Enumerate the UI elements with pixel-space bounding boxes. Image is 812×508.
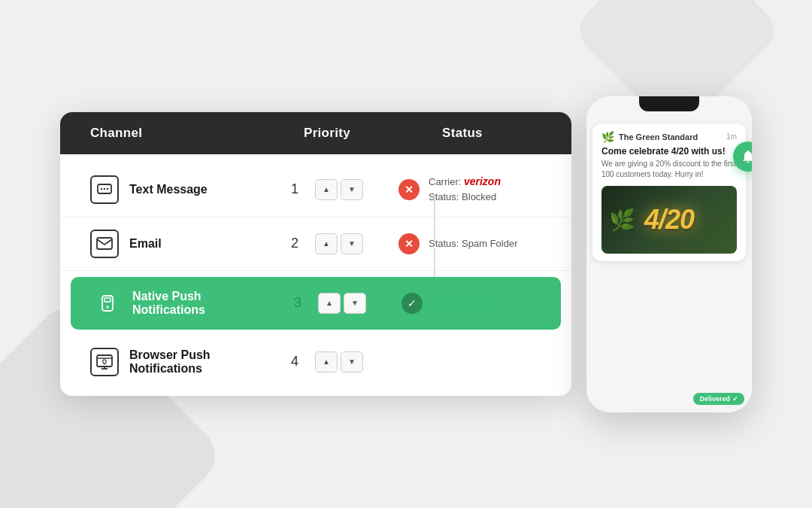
- channel-cell-email: Email: [90, 230, 271, 258]
- priority-num-3: 3: [294, 295, 309, 311]
- priority-num-2: 2: [291, 236, 306, 251]
- priority-cell-2: 2 ▲ ▼: [271, 233, 383, 254]
- priority-cell-3: 3 ▲ ▼: [274, 293, 386, 314]
- main-scene: Channel Priority Status Text M: [60, 96, 752, 412]
- notif-image: 🌿 4/20: [601, 186, 737, 254]
- delivered-check-icon: ✓: [732, 395, 738, 403]
- svg-point-1: [101, 187, 102, 189]
- arrow-btns-2: ▲ ▼: [315, 233, 363, 254]
- svg-rect-6: [105, 298, 111, 302]
- status-label-1: Status: Blocked: [429, 190, 501, 205]
- channel-name-email: Email: [129, 237, 162, 251]
- priority-up-btn-3[interactable]: ▲: [318, 293, 341, 314]
- priority-cell-4: 4 ▲ ▼: [271, 351, 383, 373]
- header-channel: Channel: [90, 126, 271, 141]
- svg-rect-4: [97, 238, 112, 249]
- table-row: Email 2 ▲ ▼ ✕ Status: Spam Folder: [60, 217, 571, 271]
- status-cell-1: ✕ Carrier: verizon Status: Blocked: [383, 174, 541, 205]
- svg-point-7: [107, 306, 109, 308]
- leaf-icon: 🌿: [609, 207, 635, 232]
- svg-point-3: [107, 187, 108, 189]
- carrier-label-1: Carrier: verizon: [429, 174, 501, 190]
- channel-cell-text-message: Text Message: [90, 175, 271, 204]
- arrow-btns-4: ▲ ▼: [315, 351, 363, 373]
- priority-down-btn-2[interactable]: ▼: [341, 233, 363, 254]
- status-text-2: Status: Spam Folder: [429, 236, 518, 251]
- status-text-3: Delivered: [432, 294, 489, 313]
- notif-body: We are giving a 20% discount to the firs…: [601, 159, 737, 180]
- channel-cell-browser-push: Browser Push Notifications: [90, 348, 271, 376]
- status-icon-blocked-1: ✕: [398, 179, 420, 200]
- table-row: Text Message 1 ▲ ▼ ✕ Carrier: verizon St…: [60, 162, 571, 217]
- status-icon-blocked-2: ✕: [398, 233, 420, 254]
- phone-notch: [639, 96, 699, 111]
- table-row: Native Push Notifications 3 ▲ ▼ ✓ Delive…: [71, 277, 561, 330]
- browser-push-icon: [90, 348, 119, 376]
- channel-cell-native-push: Native Push Notifications: [93, 289, 274, 318]
- priority-cell-1: 1 ▲ ▼: [271, 179, 383, 200]
- email-icon: [90, 230, 119, 258]
- text-message-icon: [90, 175, 119, 204]
- priority-up-btn-1[interactable]: ▲: [315, 179, 338, 200]
- notif-logo: 🌿: [601, 131, 614, 143]
- notif-sender: The Green Standard: [619, 132, 722, 141]
- delivered-badge: Delivered ✓: [693, 393, 744, 405]
- priority-up-btn-4[interactable]: ▲: [315, 351, 338, 373]
- status-cell-2: ✕ Status: Spam Folder: [383, 233, 541, 254]
- notif-time: 1m: [726, 132, 737, 141]
- table-row: Browser Push Notifications 4 ▲ ▼: [60, 336, 571, 388]
- channel-name-browser-push: Browser Push Notifications: [129, 348, 271, 376]
- phone-mockup: 🌿 The Green Standard 1m Come celebrate 4…: [586, 96, 752, 412]
- native-push-icon: [93, 289, 122, 318]
- notification-card: 🌿 The Green Standard 1m Come celebrate 4…: [592, 123, 746, 261]
- notif-title: Come celebrate 4/20 with us!: [601, 146, 737, 157]
- priority-num-4: 4: [291, 354, 306, 370]
- channel-name-native-push: Native Push Notifications: [132, 290, 274, 317]
- notif-header: 🌿 The Green Standard 1m: [601, 131, 737, 143]
- priority-down-btn-4[interactable]: ▼: [341, 351, 363, 373]
- table-header: Channel Priority Status: [60, 112, 571, 154]
- status-text-1: Carrier: verizon Status: Blocked: [429, 174, 501, 205]
- arrow-btns-3: ▲ ▼: [318, 293, 366, 314]
- table-body: Text Message 1 ▲ ▼ ✕ Carrier: verizon St…: [60, 154, 571, 396]
- priority-num-1: 1: [291, 181, 306, 197]
- header-priority: Priority: [271, 126, 383, 141]
- carrier-name-1: verizon: [464, 175, 501, 187]
- channel-name-text-message: Text Message: [129, 183, 208, 196]
- priority-up-btn-2[interactable]: ▲: [315, 233, 338, 254]
- status-icon-delivered: ✓: [401, 293, 423, 314]
- priority-down-btn-1[interactable]: ▼: [341, 179, 363, 200]
- status-cell-3: ✓ Delivered: [386, 293, 538, 314]
- notif-image-number: 4/20: [644, 204, 694, 236]
- delivered-badge-text: Delivered: [699, 395, 730, 403]
- header-status: Status: [383, 126, 541, 141]
- priority-down-btn-3[interactable]: ▼: [344, 293, 366, 314]
- arrow-btns-1: ▲ ▼: [315, 179, 363, 200]
- phone-screen: 🌿 The Green Standard 1m Come celebrate 4…: [586, 96, 752, 412]
- svg-point-2: [104, 187, 105, 189]
- channel-priority-table: Channel Priority Status Text M: [60, 112, 571, 396]
